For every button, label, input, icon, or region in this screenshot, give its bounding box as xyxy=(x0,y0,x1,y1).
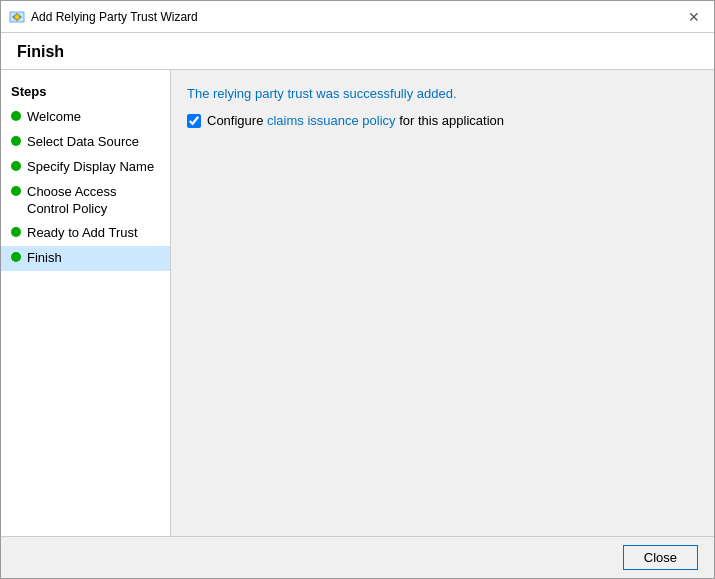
sidebar-item-welcome[interactable]: Welcome xyxy=(1,105,170,130)
sidebar-item-choose-access-control-label: Choose Access Control Policy xyxy=(27,184,160,218)
sidebar-item-specify-display-name[interactable]: Specify Display Name xyxy=(1,155,170,180)
sidebar-item-choose-access-control[interactable]: Choose Access Control Policy xyxy=(1,180,170,222)
page-header: Finish xyxy=(1,33,714,70)
step-dot-choose-access-control xyxy=(11,186,21,196)
sidebar-item-select-data-source[interactable]: Select Data Source xyxy=(1,130,170,155)
claims-issuance-link[interactable]: claims issuance policy xyxy=(267,113,396,128)
step-dot-welcome xyxy=(11,111,21,121)
svg-point-2 xyxy=(15,14,20,19)
close-button[interactable]: Close xyxy=(623,545,698,570)
footer: Close xyxy=(1,536,714,578)
window-close-button[interactable]: ✕ xyxy=(682,5,706,29)
configure-policy-row: Configure claims issuance policy for thi… xyxy=(187,113,698,128)
success-message: The relying party trust was successfully… xyxy=(187,86,698,101)
sidebar: Steps Welcome Select Data Source Specify… xyxy=(1,70,171,536)
sidebar-item-ready-to-add-trust[interactable]: Ready to Add Trust xyxy=(1,221,170,246)
sidebar-item-specify-display-name-label: Specify Display Name xyxy=(27,159,154,176)
sidebar-item-select-data-source-label: Select Data Source xyxy=(27,134,139,151)
step-dot-select-data-source xyxy=(11,136,21,146)
step-dot-finish xyxy=(11,252,21,262)
page-title: Finish xyxy=(17,43,698,61)
sidebar-item-welcome-label: Welcome xyxy=(27,109,81,126)
content-area: Steps Welcome Select Data Source Specify… xyxy=(1,70,714,536)
step-dot-specify-display-name xyxy=(11,161,21,171)
step-dot-ready-to-add-trust xyxy=(11,227,21,237)
configure-policy-label[interactable]: Configure claims issuance policy for thi… xyxy=(207,113,504,128)
sidebar-item-ready-to-add-trust-label: Ready to Add Trust xyxy=(27,225,138,242)
sidebar-item-finish-label: Finish xyxy=(27,250,62,267)
window-title: Add Relying Party Trust Wizard xyxy=(31,10,682,24)
steps-label: Steps xyxy=(1,80,170,105)
titlebar: Add Relying Party Trust Wizard ✕ xyxy=(1,1,714,33)
configure-policy-checkbox[interactable] xyxy=(187,114,201,128)
sidebar-item-finish[interactable]: Finish xyxy=(1,246,170,271)
main-panel: The relying party trust was successfully… xyxy=(171,70,714,536)
wizard-window: Add Relying Party Trust Wizard ✕ Finish … xyxy=(0,0,715,579)
wizard-icon xyxy=(9,9,25,25)
